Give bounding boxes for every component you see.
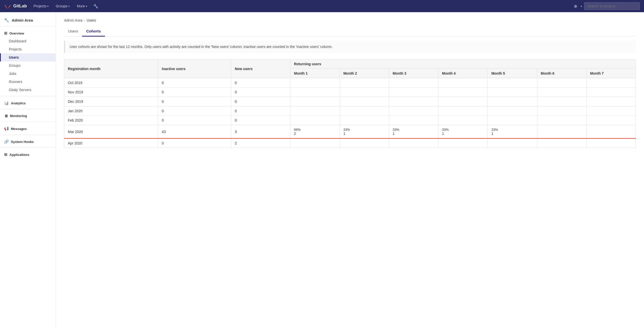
system-hooks-label: System Hooks: [11, 140, 34, 144]
tabs-container: Users Cohorts: [64, 26, 636, 37]
cell-new-users: 3: [231, 125, 290, 139]
table-row: Jan 202000: [64, 106, 636, 116]
sidebar-section-monitoring[interactable]: 🖥 Monitoring: [0, 111, 56, 120]
cell-returning-month-1: [290, 97, 340, 106]
cell-returning-month-7: [586, 116, 636, 125]
sidebar-item-users[interactable]: Users: [0, 53, 56, 61]
cell-returning-month-4: [438, 138, 488, 148]
projects-menu[interactable]: Projects ▾: [31, 3, 51, 10]
tab-users[interactable]: Users: [64, 26, 82, 37]
top-navigation: GitLab Projects ▾ Groups ▾ More ▾ 🔧 ⊕ ▾: [0, 0, 644, 12]
col-header-month-2: Month 2: [340, 69, 389, 78]
col-header-month-6: Month 6: [537, 69, 586, 78]
breadcrumb: Admin Area › Users: [64, 18, 636, 22]
col-header-month-4: Month 4: [438, 69, 488, 78]
cell-new-users: 2: [231, 138, 290, 148]
cell-returning-month-1: [290, 78, 340, 88]
breadcrumb-parent-link[interactable]: Admin Area: [64, 18, 82, 22]
cell-new-users: 0: [231, 78, 290, 88]
cell-returning-month-5: [488, 116, 537, 125]
cell-returning-month-3: 33%1: [389, 125, 438, 139]
table-row: Feb 202000: [64, 116, 636, 125]
sidebar-item-dashboard[interactable]: Dashboard: [0, 37, 56, 45]
cell-returning-month-7: [586, 78, 636, 88]
col-header-month-5: Month 5: [488, 69, 537, 78]
cell-returning-month-7: [586, 125, 636, 139]
projects-label: Projects: [34, 4, 47, 8]
add-new-icon[interactable]: ⊕: [572, 2, 579, 10]
cell-returning-month-6: [537, 125, 586, 139]
cell-new-users: 0: [231, 88, 290, 97]
cell-registration-month: Jan 2020: [64, 106, 158, 116]
cell-returning-month-3: [389, 106, 438, 116]
cell-registration-month: Mar 2020: [64, 125, 158, 139]
cell-new-users: 0: [231, 97, 290, 106]
cell-registration-month: Apr 2020: [64, 138, 158, 148]
cell-returning-month-2: [340, 88, 389, 97]
cell-returning-month-4: [438, 106, 488, 116]
sidebar-section-system-hooks[interactable]: 🔗 System Hooks: [0, 137, 56, 145]
cell-returning-month-5: [488, 78, 537, 88]
sidebar-section-analytics[interactable]: 📊 Analytics: [0, 98, 56, 107]
cell-returning-month-6: [537, 78, 586, 88]
sidebar-item-groups[interactable]: Groups: [0, 61, 56, 70]
table-row: Oct 201900: [64, 78, 636, 88]
admin-area-label: Admin Area: [12, 18, 33, 22]
breadcrumb-current: Users: [87, 18, 96, 22]
cell-returning-month-1: 66%2: [290, 125, 340, 139]
table-row: Apr 202002: [64, 138, 636, 148]
cell-returning-month-5: [488, 138, 537, 148]
main-content: Admin Area › Users Users Cohorts User co…: [56, 12, 644, 328]
sidebar-section-overview[interactable]: ⊞ Overview: [0, 28, 56, 37]
analytics-chart-icon: 📊: [4, 101, 9, 105]
admin-wrench-icon: 🔧: [4, 18, 9, 23]
wrench-tool-icon[interactable]: 🔧: [92, 2, 100, 10]
monitoring-label: Monitoring: [10, 114, 27, 118]
more-label: More: [77, 4, 85, 8]
cell-returning-month-6: [537, 138, 586, 148]
cell-returning-month-3: [389, 138, 438, 148]
dashboard-label: Dashboard: [9, 39, 26, 43]
tab-cohorts[interactable]: Cohorts: [82, 26, 105, 37]
sidebar-section-messages[interactable]: 📢 Messages: [0, 124, 56, 133]
sidebar-section-applications[interactable]: ⊞ Applications: [0, 150, 56, 158]
cell-returning-month-7: [586, 138, 636, 148]
cell-returning-month-1: [290, 116, 340, 125]
runners-label: Runners: [9, 80, 22, 84]
groups-menu[interactable]: Groups ▾: [53, 3, 72, 10]
groups-sidebar-label: Groups: [9, 63, 21, 68]
cell-returning-month-5: [488, 88, 537, 97]
col-header-registration-month: Registration month: [64, 59, 158, 78]
col-header-month-1: Month 1: [290, 69, 340, 78]
cell-inactive-users: 0: [158, 78, 231, 88]
sidebar-item-jobs[interactable]: Jobs: [0, 70, 56, 78]
analytics-label: Analytics: [11, 101, 26, 105]
gitaly-servers-label: Gitaly Servers: [9, 88, 31, 92]
cell-new-users: 0: [231, 106, 290, 116]
cell-returning-month-4: [438, 116, 488, 125]
cell-inactive-users: 0: [158, 116, 231, 125]
search-input[interactable]: [584, 2, 640, 10]
cell-inactive-users: 0: [158, 97, 231, 106]
cell-inactive-users: 43: [158, 125, 231, 139]
more-chevron-icon: ▾: [86, 5, 87, 8]
messages-icon: 📢: [4, 126, 9, 131]
more-menu[interactable]: More ▾: [74, 3, 90, 10]
sidebar-item-gitaly-servers[interactable]: Gitaly Servers: [0, 86, 56, 94]
cell-returning-month-6: [537, 88, 586, 97]
system-hooks-icon: 🔗: [4, 139, 9, 144]
cell-returning-month-4: [438, 78, 488, 88]
sidebar-item-runners[interactable]: Runners: [0, 78, 56, 86]
col-header-inactive-users: Inactive users: [158, 59, 231, 78]
cell-returning-month-2: [340, 138, 389, 148]
col-header-month-3: Month 3: [389, 69, 438, 78]
add-chevron-icon[interactable]: ▾: [581, 5, 582, 8]
cell-returning-month-6: [537, 116, 586, 125]
cell-returning-month-7: [586, 106, 636, 116]
admin-area-header: 🔧 Admin Area: [0, 14, 56, 26]
col-header-month-7: Month 7: [586, 69, 636, 78]
groups-label: Groups: [56, 4, 67, 8]
info-text: User cohorts are shown for the last 12 m…: [70, 45, 333, 49]
logo[interactable]: GitLab: [4, 3, 27, 10]
sidebar-item-projects[interactable]: Projects: [0, 45, 56, 53]
